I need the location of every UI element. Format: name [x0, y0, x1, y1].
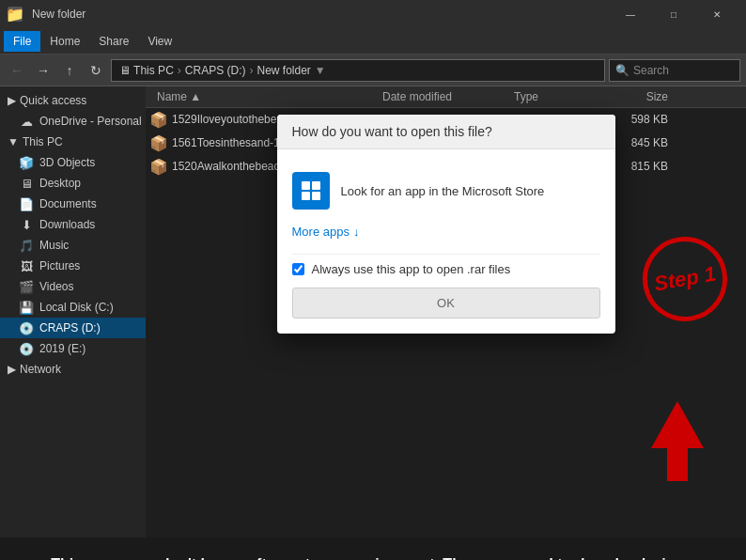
- dialog-more-apps[interactable]: More apps ↓: [292, 217, 600, 246]
- path-drive: CRAPS (D:): [185, 64, 246, 77]
- svg-rect-2: [302, 192, 310, 200]
- title-bar: 📁 New folder — □ ✕: [0, 0, 746, 28]
- menu-view[interactable]: View: [138, 31, 181, 52]
- path-folder: New folder: [256, 64, 310, 77]
- maximize-button[interactable]: □: [652, 0, 695, 28]
- sidebar-item-label: Documents: [39, 197, 97, 210]
- dialog-option-store[interactable]: Look for an app in the Microsoft Store: [292, 164, 600, 217]
- sidebar-craps-d[interactable]: 💿 CRAPS (D:): [0, 318, 146, 338]
- menu-file[interactable]: File: [4, 31, 40, 52]
- sidebar-item-label: Local Disk (C:): [39, 301, 114, 314]
- address-bar: ← → ↑ ↻ 🖥 This PC › CRAPS (D:) › New fol…: [0, 54, 746, 86]
- svg-rect-0: [302, 181, 310, 190]
- sidebar-videos[interactable]: 🎬 Videos: [0, 276, 146, 297]
- main-layout: ▶ Quick access ☁ OneDrive - Personal ▼ T…: [0, 86, 746, 537]
- sidebar-item-label: This PC: [23, 135, 63, 148]
- quick-access-chevron: ▶: [8, 94, 16, 107]
- dialog-divider: [292, 254, 600, 255]
- svg-rect-1: [312, 181, 320, 190]
- path-this-pc: 🖥 This PC: [119, 64, 174, 77]
- sidebar-local-disk-c[interactable]: 💾 Local Disk (C:): [0, 297, 146, 318]
- dialog-checkbox-row: Always use this app to open .rar files: [292, 262, 600, 276]
- craps-d-icon: 💿: [19, 320, 34, 335]
- sidebar-3d-objects[interactable]: 🧊 3D Objects: [0, 152, 146, 173]
- sidebar-item-label: 2019 (E:): [39, 342, 85, 355]
- desktop-icon: 🖥: [19, 176, 34, 191]
- downloads-icon: ⬇: [19, 217, 34, 232]
- svg-rect-3: [312, 192, 320, 200]
- sidebar-pictures[interactable]: 🖼 Pictures: [0, 256, 146, 276]
- sidebar-music[interactable]: 🎵 Music: [0, 235, 146, 256]
- sidebar-item-label: Quick access: [20, 94, 86, 107]
- sidebar-documents[interactable]: 📄 Documents: [0, 194, 146, 214]
- sidebar-this-pc[interactable]: ▼ This PC: [0, 132, 146, 152]
- sidebar-network[interactable]: ▶ Network: [0, 359, 146, 380]
- minimize-button[interactable]: —: [609, 0, 652, 28]
- sidebar-downloads[interactable]: ⬇ Downloads: [0, 214, 146, 235]
- app-icon: 📁: [8, 7, 23, 22]
- dialog-title: How do you want to open this file?: [277, 115, 615, 149]
- pictures-icon: 🖼: [19, 258, 34, 273]
- back-button[interactable]: ←: [6, 59, 28, 82]
- this-pc-chevron: ▼: [8, 135, 19, 148]
- menu-share[interactable]: Share: [89, 31, 138, 52]
- forward-button[interactable]: →: [32, 59, 54, 82]
- onedrive-icon: ☁: [19, 114, 34, 129]
- always-use-checkbox[interactable]: [292, 263, 304, 275]
- sidebar-onedrive[interactable]: ☁ OneDrive - Personal: [0, 111, 146, 132]
- sidebar-item-label: Videos: [39, 280, 73, 293]
- documents-icon: 📄: [19, 196, 34, 211]
- videos-icon: 🎬: [19, 279, 34, 294]
- sidebar-item-label: 3D Objects: [39, 156, 95, 169]
- instruction-bar: This mean you don't have software to ope…: [0, 537, 746, 560]
- dialog-ok-button[interactable]: OK: [292, 288, 600, 319]
- sidebar-item-label: Pictures: [39, 259, 80, 272]
- search-icon: 🔍: [615, 64, 629, 77]
- store-icon: [292, 172, 330, 210]
- up-button[interactable]: ↑: [58, 59, 81, 82]
- sidebar-item-label: Music: [39, 239, 69, 252]
- 2019-e-icon: 💿: [19, 341, 34, 356]
- sidebar-item-label: CRAPS (D:): [39, 321, 101, 334]
- search-box[interactable]: 🔍 Search: [609, 59, 740, 82]
- dialog-option-label: Look for an app in the Microsoft Store: [341, 184, 545, 198]
- address-path[interactable]: 🖥 This PC › CRAPS (D:) › New folder ▼: [111, 59, 605, 82]
- sidebar-item-label: OneDrive - Personal: [39, 115, 142, 128]
- sidebar-item-label: Network: [20, 363, 61, 376]
- network-chevron: ▶: [8, 363, 16, 376]
- menu-bar: File Home Share View: [0, 28, 746, 54]
- search-placeholder: Search: [633, 64, 669, 77]
- step1-label: Step 1: [652, 261, 718, 296]
- arrow-head: [651, 401, 704, 448]
- instruction-text: This mean you don't have software to ope…: [15, 554, 731, 560]
- up-arrow: [651, 401, 704, 481]
- local-disk-c-icon: 💾: [19, 300, 34, 315]
- sidebar-desktop[interactable]: 🖥 Desktop: [0, 173, 146, 194]
- sidebar-item-label: Downloads: [39, 218, 95, 231]
- refresh-button[interactable]: ↻: [85, 59, 107, 82]
- open-with-dialog: How do you want to open this file? Look …: [277, 115, 615, 334]
- sidebar-quick-access[interactable]: ▶ Quick access: [0, 90, 146, 111]
- 3d-objects-icon: 🧊: [19, 155, 34, 170]
- title-bar-icons: 📁: [8, 7, 23, 22]
- arrow-shaft: [667, 448, 688, 481]
- more-apps-arrow: ↓: [353, 225, 360, 239]
- sidebar: ▶ Quick access ☁ OneDrive - Personal ▼ T…: [0, 86, 146, 537]
- sidebar-2019-e[interactable]: 💿 2019 (E:): [0, 338, 146, 359]
- dialog-body: Look for an app in the Microsoft Store M…: [277, 149, 615, 334]
- checkbox-label: Always use this app to open .rar files: [312, 262, 511, 276]
- menu-home[interactable]: Home: [40, 31, 89, 52]
- more-apps-label: More apps: [292, 225, 350, 239]
- close-button[interactable]: ✕: [695, 0, 738, 28]
- window-controls: — □ ✕: [609, 0, 738, 28]
- music-icon: 🎵: [19, 238, 34, 253]
- sidebar-item-label: Desktop: [39, 177, 81, 190]
- content-area: Name ▲ Date modified Type Size 📦 1529Ilo…: [146, 86, 746, 537]
- window-title: New folder: [32, 8, 85, 21]
